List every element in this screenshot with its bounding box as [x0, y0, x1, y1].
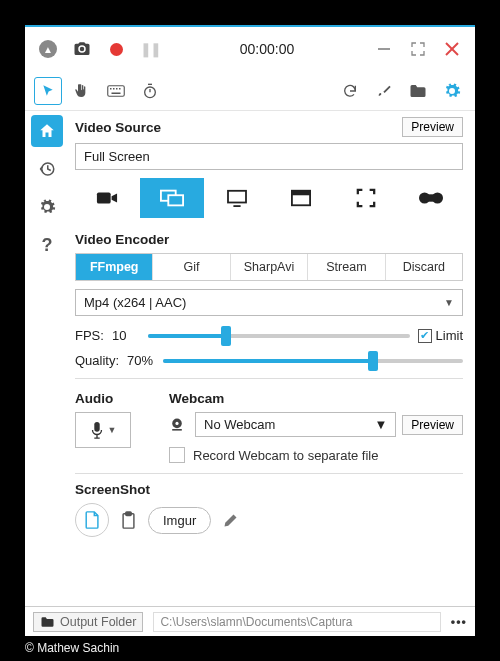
video-source-field[interactable]: Full Screen [75, 143, 463, 170]
svg-rect-26 [172, 429, 182, 431]
chevron-down-icon: ▼ [374, 417, 387, 432]
checkbox-icon: ✔ [418, 329, 432, 343]
svg-rect-8 [112, 92, 121, 94]
timer-tool[interactable] [133, 75, 167, 107]
gear-icon [443, 82, 461, 100]
source-window[interactable] [204, 178, 269, 218]
svg-rect-23 [94, 422, 99, 432]
close-button[interactable] [435, 33, 469, 65]
keystroke-tool[interactable] [99, 75, 133, 107]
svg-rect-13 [97, 193, 111, 204]
titlebar: ▲ ❚❚ 00:00:00 [25, 27, 475, 71]
hand-icon [74, 83, 90, 99]
svg-rect-6 [116, 88, 118, 90]
close-icon [444, 41, 460, 57]
output-folder-path[interactable]: C:\Users\slamn\Documents\Captura [153, 612, 440, 632]
credit-text: © Mathew Sachin [25, 641, 119, 655]
fps-limit-label: Limit [436, 328, 463, 343]
folder-icon [40, 616, 55, 628]
main-panel: Video Source Preview Full Screen Video E… [69, 111, 475, 606]
sidebar: ? [25, 111, 69, 606]
screenshot-edit-button[interactable] [223, 513, 238, 528]
output-folder-button[interactable]: Output Folder [33, 612, 143, 632]
elapsed-time: 00:00:00 [167, 41, 367, 57]
more-button[interactable]: ••• [451, 615, 467, 629]
cursor-tool[interactable] [31, 75, 65, 107]
refresh-icon [342, 83, 358, 99]
svg-rect-7 [119, 88, 121, 90]
quality-label: Quality: [75, 353, 119, 368]
checkbox-empty-icon [169, 447, 185, 463]
svg-rect-5 [113, 88, 115, 90]
monitor-icon [226, 189, 248, 207]
app-window: ▲ ❚❚ 00:00:00 ? Vid [25, 25, 475, 636]
svg-rect-19 [292, 191, 310, 196]
gamepad-icon [419, 191, 443, 205]
home-icon [38, 122, 56, 140]
fps-slider[interactable] [148, 334, 410, 338]
encoder-tabs: FFmpeg Gif SharpAvi Stream Discard [75, 253, 463, 281]
video-source-preview-button[interactable]: Preview [402, 117, 463, 137]
fps-value: 10 [112, 328, 140, 343]
audio-heading: Audio [75, 391, 155, 406]
secondary-toolbar [25, 71, 475, 111]
source-region[interactable] [334, 178, 399, 218]
snapshot-button[interactable] [65, 33, 99, 65]
webcam-separate-label: Record Webcam to separate file [193, 448, 378, 463]
video-source-modes [75, 178, 463, 218]
brush-button[interactable] [367, 75, 401, 107]
svg-rect-3 [108, 85, 125, 96]
settings-button[interactable] [435, 75, 469, 107]
video-source-heading: Video Source [75, 120, 161, 135]
encoder-tab-gif[interactable]: Gif [153, 254, 230, 280]
sidebar-item-configure[interactable] [31, 191, 63, 223]
refresh-button[interactable] [333, 75, 367, 107]
sidebar-item-home[interactable] [31, 115, 63, 147]
history-icon [38, 160, 56, 178]
source-camera[interactable] [75, 178, 140, 218]
screens-icon [160, 189, 184, 207]
source-gamepad[interactable] [398, 178, 463, 218]
folder-icon [409, 83, 427, 99]
encoder-tab-stream[interactable]: Stream [308, 254, 385, 280]
fps-limit-checkbox[interactable]: ✔ Limit [418, 328, 463, 343]
encoder-tab-discard[interactable]: Discard [386, 254, 462, 280]
encoder-format-select[interactable]: Mp4 (x264 | AAC) ▼ [75, 289, 463, 316]
sidebar-item-help[interactable]: ? [31, 229, 63, 261]
screenshot-disk-button[interactable] [75, 503, 109, 537]
open-folder-button[interactable] [401, 75, 435, 107]
file-icon [85, 511, 100, 529]
webcam-value: No Webcam [204, 417, 275, 432]
collapse-button[interactable]: ▲ [31, 33, 65, 65]
svg-rect-15 [168, 195, 183, 205]
screenshot-imgur-button[interactable]: Imgur [148, 507, 211, 534]
svg-rect-16 [228, 191, 246, 203]
region-icon [356, 188, 376, 208]
pause-button[interactable]: ❚❚ [133, 33, 167, 65]
svg-rect-22 [424, 194, 437, 201]
sidebar-item-recent[interactable] [31, 153, 63, 185]
encoder-tab-sharpavi[interactable]: SharpAvi [231, 254, 308, 280]
video-camera-icon [96, 190, 118, 206]
maximize-button[interactable] [401, 33, 435, 65]
source-screen[interactable] [140, 178, 205, 218]
chevron-down-icon: ▼ [444, 297, 454, 308]
quality-slider[interactable] [163, 359, 463, 363]
pause-icon: ❚❚ [140, 41, 160, 57]
minimize-button[interactable] [367, 33, 401, 65]
encoder-tab-ffmpeg[interactable]: FFmpeg [76, 254, 153, 280]
gear-icon [38, 198, 56, 216]
fps-label: FPS: [75, 328, 104, 343]
source-window-alt[interactable] [269, 178, 334, 218]
status-bar: Output Folder C:\Users\slamn\Documents\C… [25, 606, 475, 636]
webcam-select[interactable]: No Webcam ▼ [195, 412, 396, 437]
brush-icon [376, 83, 392, 99]
audio-source-button[interactable]: ▼ [75, 412, 131, 448]
keyboard-icon [107, 84, 125, 98]
click-tool[interactable] [65, 75, 99, 107]
screenshot-clipboard-button[interactable] [121, 511, 136, 529]
svg-rect-4 [110, 88, 112, 90]
record-button[interactable] [99, 33, 133, 65]
webcam-separate-checkbox[interactable]: Record Webcam to separate file [169, 447, 463, 463]
webcam-preview-button[interactable]: Preview [402, 415, 463, 435]
